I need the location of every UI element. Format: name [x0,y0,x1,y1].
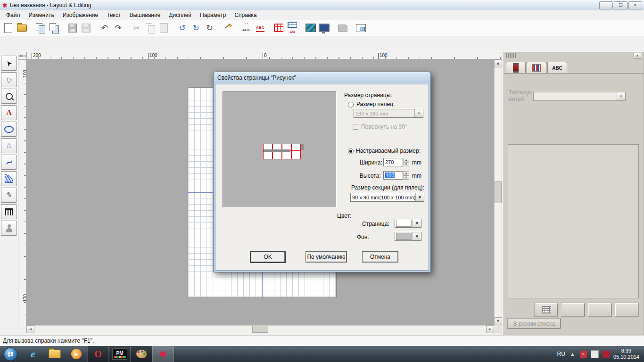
taskbar-paint-icon[interactable] [131,346,152,362]
tray-icon-2[interactable] [591,350,599,358]
scroll-down-button[interactable]: ▼ [494,317,502,325]
dialog-title-bar[interactable]: Свойства страницы "Рисунок" [214,72,430,83]
taskbar-opera-icon[interactable]: O [87,346,109,362]
height-spinner[interactable]: ▲ ▼ [403,171,409,180]
close-button[interactable]: × [628,1,642,9]
mannequin-tool[interactable] [1,221,17,236]
width-spinner[interactable]: ▲ ▼ [403,158,409,166]
copy-icon[interactable] [144,22,157,34]
taskbar-explorer-icon[interactable] [44,346,66,362]
list-mode-button[interactable]: В режим списка [508,319,561,329]
rotate-icon[interactable]: ↻ [203,22,216,34]
save-as-icon[interactable] [80,22,92,34]
panel-grip[interactable] [506,53,516,58]
spin-down-icon[interactable]: ▼ [403,162,409,166]
design-property-icon[interactable] [272,22,285,34]
language-indicator[interactable]: RU [557,351,565,357]
design-page-property-icon[interactable]: 123 [286,22,298,34]
tray-icon-3[interactable] [603,351,610,358]
stitch-tool[interactable] [1,204,17,219]
spin-down-icon[interactable]: ▼ [403,175,409,180]
panel-button-3[interactable] [588,303,611,316]
taskbar-layout-editing-icon[interactable]: ✱ [152,346,174,362]
menu-option[interactable]: Параметр [196,11,230,19]
ok-button[interactable]: OK [251,252,285,262]
measure-tool[interactable]: ✎ [1,188,17,203]
text-fit-arc-icon[interactable]: ◠ABC [240,22,253,34]
text-tool[interactable]: A [1,105,17,120]
select-tool[interactable]: ➤ [1,56,17,71]
menu-edit[interactable]: Изменить [25,11,58,19]
clock[interactable]: 8:39 05.10.2014 [613,348,641,360]
rotate-90-checkbox[interactable] [353,124,358,130]
menu-display[interactable]: Дисплей [165,11,196,19]
hoop-size-radio[interactable] [348,102,354,107]
new-document-icon[interactable] [2,22,15,34]
text-attributes-icon[interactable]: ABC [254,22,266,34]
width-input[interactable]: 270 [383,158,403,166]
spin-up-icon[interactable]: ▲ [403,171,409,175]
page-color-combo[interactable]: ▼ [395,219,421,228]
cancel-button[interactable]: Отмена [363,252,398,262]
minimize-button[interactable]: — [599,1,613,9]
star-shape-tool[interactable]: ☆ [1,138,17,153]
flip-horizontal-icon[interactable]: ↺ [176,22,189,34]
curve-tool[interactable]: ~ [1,155,17,170]
menu-file[interactable]: Файл [2,11,25,19]
view-mode-grid-button[interactable] [535,303,558,316]
panel-close-icon[interactable]: × [634,53,641,59]
undo-icon[interactable]: ↶ [98,22,111,34]
menu-sew[interactable]: Вышивание [125,11,165,19]
sewing-simulator-icon[interactable] [336,22,349,34]
panel-button-2[interactable] [561,303,585,316]
hoop-size-combo[interactable]: 130 x 180 mm ▼ [354,109,423,118]
horizontal-scrollbar[interactable]: ◄ ► [26,325,494,333]
zoom-tool[interactable] [1,89,17,104]
scroll-right-button[interactable]: ► [486,325,494,333]
section-size-combo[interactable]: 90 x 90 mm(100 x 100 mm) ▼ [350,193,424,202]
shapes-tool[interactable] [1,122,17,137]
panel-button-4[interactable] [615,303,638,316]
scroll-left-button[interactable]: ◄ [26,325,34,333]
vertical-scroll-thumb[interactable] [495,181,502,203]
start-button[interactable] [4,347,17,361]
export-design-icon[interactable] [48,22,60,34]
thread-color-list[interactable] [508,144,639,298]
custom-size-radio[interactable] [348,148,354,154]
tab-text[interactable]: ABC [547,62,567,74]
realistic-view-icon[interactable] [304,22,317,34]
magic-wand-icon[interactable]: ✦ [222,22,234,34]
import-design-icon[interactable] [34,22,47,34]
spin-up-icon[interactable]: ▲ [403,158,409,162]
scroll-up-button[interactable]: ▲ [494,59,502,67]
thread-table-combo[interactable]: ▼ [533,92,626,101]
taskbar-media-player-icon[interactable]: ▶ [66,346,87,362]
horizontal-scroll-thumb[interactable] [252,326,268,333]
taskbar-pm-icon[interactable]: PM [109,346,131,362]
taskbar-ie-icon[interactable]: e [22,346,44,362]
save-icon[interactable] [66,22,79,34]
flip-vertical-icon[interactable]: ↻ [190,22,202,34]
menu-help[interactable]: Справка [230,11,261,19]
reference-window-icon[interactable] [355,22,367,34]
vertical-scrollbar[interactable]: ▲ ▼ [494,59,502,325]
screen-calibration-icon[interactable] [318,22,330,34]
menu-text[interactable]: Текст [102,11,125,19]
maximize-button[interactable]: □ [614,1,627,9]
height-input[interactable]: 100 [383,171,403,180]
redo-icon[interactable]: ↷ [112,22,124,34]
fan-shape-tool[interactable] [1,171,17,186]
menu-image[interactable]: Изображение [58,11,103,19]
tab-thread[interactable] [506,62,526,74]
background-color-combo[interactable]: ▼ [395,232,421,241]
open-folder-icon[interactable] [16,22,28,34]
paste-icon[interactable] [157,22,170,34]
tray-expand-icon[interactable]: ▲ [569,351,576,358]
cut-icon[interactable]: ✂ [130,22,143,34]
default-button[interactable]: По умолчанию [306,252,347,262]
point-edit-tool[interactable]: ➤ [1,72,17,87]
hoop-size-label[interactable]: Размер пялец: [356,101,395,107]
tray-icon-1[interactable]: × [580,351,587,358]
custom-size-label[interactable]: Настраиваемый размер: [356,148,421,154]
tab-stitch[interactable] [527,62,546,74]
